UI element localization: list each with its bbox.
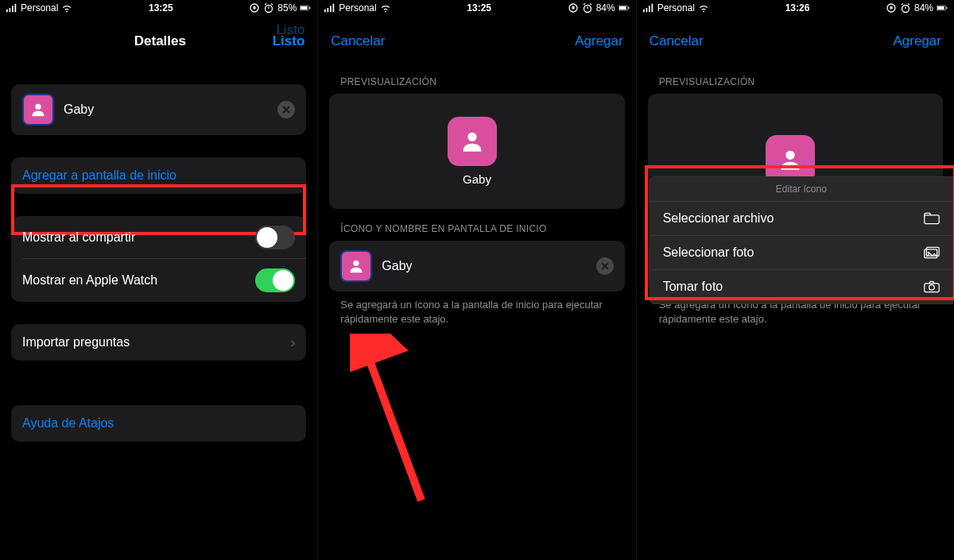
- iconname-cell[interactable]: Gaby: [329, 241, 624, 292]
- chevron-right-icon: ›: [290, 334, 295, 351]
- clear-name-button[interactable]: [596, 257, 614, 275]
- watch-toggle-cell: Mostrar en Apple Watch: [11, 259, 306, 302]
- status-time: 13:25: [149, 2, 173, 14]
- add-home-cell[interactable]: Agregar a pantalla de inicio: [11, 157, 306, 194]
- wifi-icon: [61, 2, 72, 14]
- share-toggle-cell: Mostrar al compartir: [11, 216, 306, 259]
- cancel-button[interactable]: Cancelar: [650, 33, 704, 49]
- status-bar: Personal 13:25 84%: [318, 0, 635, 16]
- battery-text: 84%: [914, 2, 933, 14]
- svg-rect-5: [254, 6, 256, 10]
- battery-text: 84%: [596, 2, 615, 14]
- svg-rect-26: [628, 7, 629, 9]
- svg-line-38: [902, 4, 903, 6]
- rotation-lock-icon: [886, 2, 897, 14]
- svg-rect-1: [10, 8, 11, 12]
- help-card: Ayuda de Atajos: [11, 405, 306, 442]
- alarm-icon: [263, 2, 274, 14]
- svg-line-8: [265, 4, 266, 6]
- rotation-lock-icon: [568, 2, 579, 14]
- signal-icon: [324, 2, 335, 14]
- svg-line-29: [366, 350, 421, 500]
- menu-take-photo[interactable]: Tomar foto: [650, 270, 952, 303]
- help-cell[interactable]: Ayuda de Atajos: [11, 405, 306, 442]
- folder-icon: [924, 212, 940, 225]
- toggles-card: Mostrar al compartir Mostrar en Apple Wa…: [11, 216, 306, 302]
- nav-bar: Cancelar Agregar: [318, 16, 635, 62]
- preview-label: PREVISUALIZACIÓN: [637, 62, 954, 94]
- help-label: Ayuda de Atajos: [22, 416, 295, 431]
- svg-rect-11: [301, 6, 308, 10]
- help-text: Se agregará un ícono a la pantalla de in…: [318, 292, 635, 326]
- share-toggle[interactable]: [255, 226, 295, 249]
- annotation-arrow: [350, 334, 445, 508]
- status-time: 13:25: [467, 2, 491, 14]
- alarm-icon: [900, 2, 911, 14]
- svg-rect-12: [310, 7, 311, 9]
- add-home-label: Agregar a pantalla de inicio: [22, 168, 295, 183]
- svg-rect-15: [328, 8, 329, 12]
- clear-name-button[interactable]: [277, 101, 295, 118]
- cancel-button[interactable]: Cancelar: [331, 33, 385, 49]
- shortcut-name-cell[interactable]: Gaby: [11, 84, 306, 135]
- signal-icon: [6, 2, 17, 14]
- import-cell[interactable]: Importar preguntas ›: [11, 324, 306, 361]
- contact-icon: [22, 94, 54, 126]
- svg-point-27: [467, 133, 476, 141]
- import-card: Importar preguntas ›: [11, 324, 306, 361]
- svg-rect-41: [937, 6, 944, 10]
- signal-icon: [643, 2, 654, 14]
- menu-select-photo[interactable]: Seleccionar foto: [650, 236, 952, 270]
- preview-icon: [448, 117, 497, 166]
- camera-icon: [924, 280, 940, 293]
- status-bar: Personal 13:26 84%: [637, 0, 954, 16]
- iconname-label: ÍCONO Y NOMBRE EN PANTALLA DE INICIO: [318, 209, 635, 241]
- battery-icon: [300, 2, 311, 14]
- rotation-lock-icon: [249, 2, 260, 14]
- wifi-icon: [380, 2, 391, 14]
- menu-select-file[interactable]: Seleccionar archivo: [650, 202, 952, 236]
- nav-bar: Detalles Listo: [0, 16, 317, 62]
- svg-rect-31: [646, 8, 647, 12]
- svg-rect-45: [925, 215, 939, 224]
- add-home-card: Agregar a pantalla de inicio: [11, 157, 306, 194]
- phone-3: Personal 13:26 84% Cancelar Agregar PREV…: [637, 0, 954, 560]
- watch-toggle[interactable]: [255, 268, 295, 292]
- iconname-card: Gaby: [329, 241, 624, 292]
- icon-button[interactable]: [340, 250, 372, 282]
- name-field[interactable]: Gaby: [382, 259, 595, 273]
- phone-2: Personal 13:25 84% Cancelar Agregar PREV…: [318, 0, 636, 560]
- carrier-text: Personal: [21, 2, 58, 14]
- svg-rect-33: [651, 4, 653, 13]
- svg-point-28: [354, 261, 359, 266]
- battery-icon: [619, 2, 630, 14]
- svg-line-22: [584, 4, 585, 6]
- alarm-icon: [582, 2, 593, 14]
- edit-icon-menu: Editar ícono Seleccionar archivo Selecci…: [650, 176, 953, 304]
- menu-opt-label: Seleccionar foto: [663, 245, 754, 260]
- status-time: 13:26: [785, 2, 810, 14]
- carrier-text: Personal: [657, 2, 695, 14]
- svg-rect-17: [333, 4, 335, 13]
- svg-rect-19: [572, 6, 574, 10]
- watch-toggle-label: Mostrar en Apple Watch: [22, 273, 255, 288]
- preview-name: Gaby: [463, 172, 491, 186]
- preview-card: Gaby: [329, 94, 624, 209]
- svg-point-43: [786, 150, 795, 159]
- preview-label: PREVISUALIZACIÓN: [318, 62, 635, 94]
- svg-line-39: [908, 4, 909, 6]
- shortcut-name-card: Gaby: [11, 84, 306, 135]
- nav-title: Detalles: [48, 33, 273, 49]
- add-button[interactable]: Agregar: [894, 33, 941, 49]
- svg-point-50: [929, 285, 935, 291]
- menu-opt-label: Tomar foto: [663, 280, 723, 294]
- status-bar: Personal 13:25 85%: [0, 0, 317, 16]
- add-button[interactable]: Agregar: [575, 33, 622, 49]
- svg-line-9: [271, 4, 273, 6]
- svg-rect-16: [330, 6, 332, 12]
- carrier-text: Personal: [339, 2, 376, 14]
- phone-1: Personal 13:25 85% Listo Detalles Listo: [0, 0, 318, 560]
- shortcut-name-text: Gaby: [64, 102, 277, 117]
- svg-rect-25: [619, 6, 626, 10]
- svg-line-23: [590, 4, 591, 6]
